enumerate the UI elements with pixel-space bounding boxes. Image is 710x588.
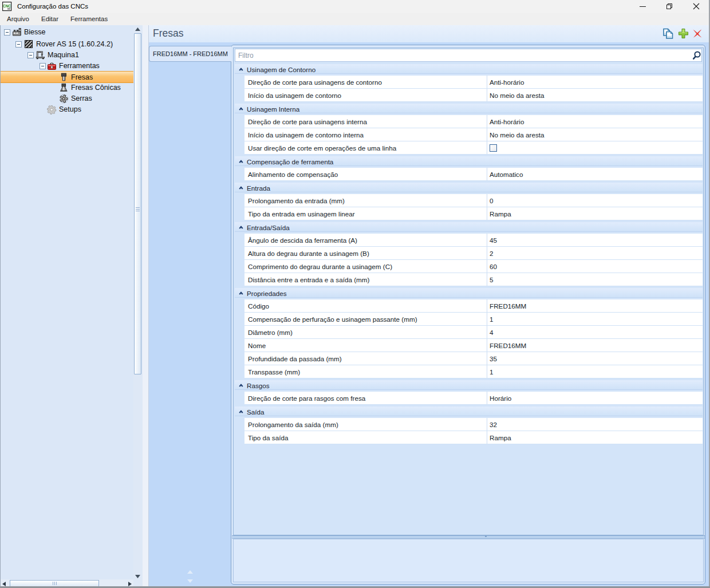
svg-text:CNC: CNC: [3, 4, 11, 8]
